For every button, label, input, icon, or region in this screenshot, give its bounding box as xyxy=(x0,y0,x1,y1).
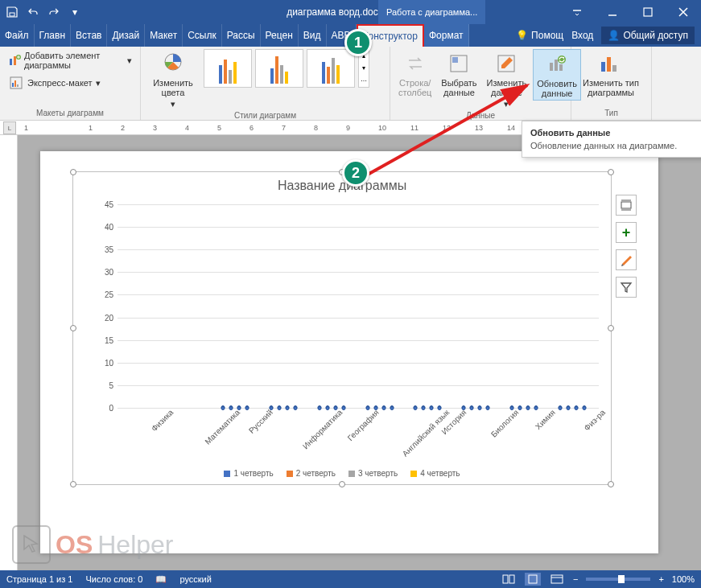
zoom-slider[interactable] xyxy=(586,578,650,581)
minimize-icon[interactable] xyxy=(595,0,630,24)
svg-rect-22 xyxy=(503,575,508,583)
group-label-type: Тип xyxy=(576,109,646,119)
chart-side-buttons: + xyxy=(616,195,637,298)
zoom-level[interactable]: 100% xyxy=(672,574,695,584)
tab-mailings[interactable]: Рассы xyxy=(222,24,261,47)
undo-icon[interactable] xyxy=(26,5,40,19)
layout-options-button[interactable] xyxy=(616,195,637,216)
edit-data-icon xyxy=(493,51,519,76)
svg-rect-0 xyxy=(10,13,14,16)
callout-2: 2 xyxy=(342,159,369,187)
sign-in-link[interactable]: Вход xyxy=(571,30,593,41)
quick-access-toolbar: ▾ xyxy=(0,5,82,19)
tab-layout[interactable]: Макет xyxy=(145,24,183,47)
tab-home[interactable]: Главн xyxy=(35,24,72,47)
watermark-logo: OS Helper xyxy=(12,525,174,564)
change-type-icon xyxy=(598,51,624,76)
svg-rect-18 xyxy=(607,57,611,72)
tab-file[interactable]: Файл xyxy=(0,24,35,47)
window-buttons xyxy=(559,0,701,24)
title-bar: ▾ диаграмма ворд.docx - Word Работа с ди… xyxy=(0,0,701,24)
group-label-layouts: Макеты диаграмм xyxy=(5,109,135,119)
svg-rect-1 xyxy=(644,8,652,16)
callout-1: 1 xyxy=(344,29,372,56)
maximize-icon[interactable] xyxy=(630,0,666,24)
chart-filters-button[interactable] xyxy=(616,277,637,298)
svg-rect-6 xyxy=(12,83,14,87)
status-word-count[interactable]: Число слов: 0 xyxy=(85,574,142,584)
svg-point-16 xyxy=(558,56,566,64)
chart-object[interactable]: Название диаграммы 051015202530354045 Фи… xyxy=(72,171,612,485)
proofing-icon[interactable]: 📖 xyxy=(155,574,167,585)
ribbon: Добавить элемент диаграммы▾ Экспресс-мак… xyxy=(0,47,701,121)
tooltip-title: Обновить данные xyxy=(530,128,698,138)
svg-rect-15 xyxy=(559,64,563,71)
zoom-out-button[interactable]: − xyxy=(573,574,578,584)
tab-review[interactable]: Рецен xyxy=(261,24,299,47)
change-colors-button[interactable]: Изменить цвета▾ xyxy=(146,49,200,111)
tell-me[interactable]: 💡Помощ xyxy=(516,30,563,41)
person-icon: 👤 xyxy=(608,30,620,41)
status-language[interactable]: русский xyxy=(179,574,211,584)
style-thumb[interactable] xyxy=(255,49,303,88)
svg-rect-14 xyxy=(555,60,558,71)
status-page[interactable]: Страница 1 из 1 xyxy=(6,574,72,584)
bulb-icon: 💡 xyxy=(516,30,528,41)
refresh-icon xyxy=(544,51,570,77)
chart-styles-button[interactable] xyxy=(616,249,637,270)
chart-styles-gallery[interactable]: ▴▾⋯ xyxy=(204,49,369,88)
tab-insert[interactable]: Встав xyxy=(71,24,107,47)
tab-chart-format[interactable]: Формат xyxy=(424,24,469,47)
context-tab-title: Работа с диаграмма... xyxy=(378,0,485,24)
svg-rect-3 xyxy=(14,56,16,65)
status-bar: Страница 1 из 1 Число слов: 0 📖 русский … xyxy=(0,570,701,588)
add-chart-element-button[interactable]: Добавить элемент диаграммы▾ xyxy=(5,49,135,72)
view-web-icon[interactable] xyxy=(549,573,565,586)
select-data-icon xyxy=(446,51,472,76)
change-colors-icon xyxy=(160,51,186,76)
chart-elements-button[interactable]: + xyxy=(616,222,637,243)
share-button[interactable]: 👤Общий доступ xyxy=(601,27,695,44)
tab-design[interactable]: Дизай xyxy=(107,24,145,47)
svg-rect-20 xyxy=(621,202,631,208)
svg-rect-13 xyxy=(550,63,553,71)
ruler-vertical[interactable] xyxy=(0,135,18,570)
svg-rect-7 xyxy=(14,80,16,87)
page: Название диаграммы 051015202530354045 Фи… xyxy=(40,151,658,553)
quick-layout-icon xyxy=(8,75,24,91)
close-icon[interactable] xyxy=(666,0,701,24)
arrow-annotation xyxy=(358,80,543,185)
view-print-icon[interactable] xyxy=(525,573,541,586)
quick-layout-button[interactable]: Экспресс-макет▾ xyxy=(5,73,104,93)
svg-rect-19 xyxy=(612,65,616,72)
chart-plot-area[interactable] xyxy=(118,204,599,408)
style-thumb[interactable] xyxy=(307,49,355,88)
view-read-icon[interactable] xyxy=(501,573,517,586)
change-chart-type-button[interactable]: Изменить тип диаграммы xyxy=(576,49,645,99)
svg-rect-24 xyxy=(529,575,537,583)
tab-references[interactable]: Ссылк xyxy=(183,24,222,47)
svg-rect-11 xyxy=(452,57,458,63)
style-thumb[interactable] xyxy=(204,49,252,88)
add-element-icon xyxy=(8,52,21,68)
cursor-icon xyxy=(12,525,51,564)
svg-rect-2 xyxy=(10,59,12,65)
svg-line-21 xyxy=(366,85,527,175)
switch-icon xyxy=(402,51,428,76)
svg-rect-23 xyxy=(509,575,514,583)
ruler-corner[interactable]: L xyxy=(3,121,16,134)
tooltip-refresh-data: Обновить данные Обновление данных на диа… xyxy=(522,121,701,158)
save-icon[interactable] xyxy=(5,5,19,19)
ribbon-collapse-icon[interactable] xyxy=(559,0,595,24)
svg-rect-17 xyxy=(601,62,605,72)
document-area[interactable]: Название диаграммы 051015202530354045 Фи… xyxy=(18,135,701,570)
chart-y-axis: 051015202530354045 xyxy=(97,204,115,408)
tab-view[interactable]: Вид xyxy=(299,24,327,47)
tooltip-body: Обновление данных на диаграмме. xyxy=(530,141,698,150)
zoom-in-button[interactable]: + xyxy=(658,574,663,584)
svg-rect-8 xyxy=(17,84,19,87)
redo-icon[interactable] xyxy=(47,5,61,19)
qat-dropdown-icon[interactable]: ▾ xyxy=(68,5,82,19)
chart-legend[interactable]: 1 четверть2 четверть3 четверть4 четверть xyxy=(73,469,611,478)
svg-rect-25 xyxy=(551,575,563,583)
